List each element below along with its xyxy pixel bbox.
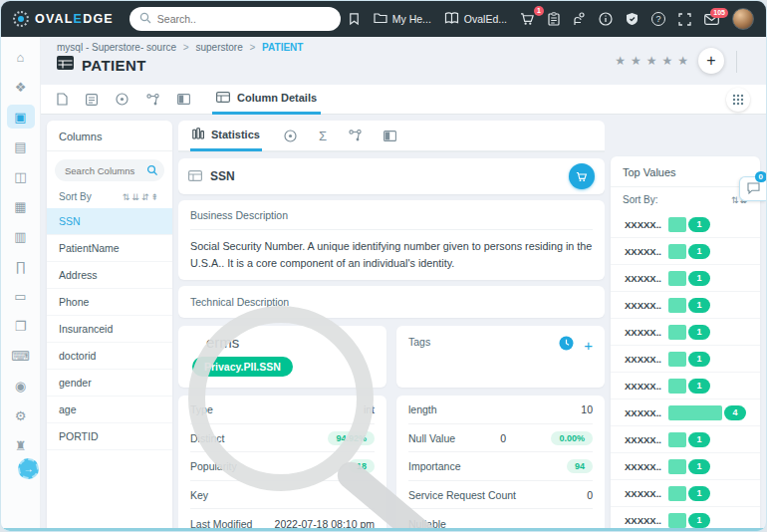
star-icon[interactable]: ★: [661, 54, 672, 68]
statistics-icon: [192, 128, 204, 141]
inbox-mail-icon[interactable]: 105: [704, 14, 719, 25]
bookmark-icon[interactable]: [348, 12, 361, 26]
column-item-portid[interactable]: PORTID: [47, 423, 172, 450]
add-to-cart-button[interactable]: [569, 163, 595, 189]
subtab-quality-icon[interactable]: [284, 130, 297, 142]
tab-notes-icon[interactable]: [86, 94, 98, 106]
query-sheet-icon[interactable]: ⌨: [7, 344, 35, 368]
tab-column-details[interactable]: Column Details: [212, 85, 321, 115]
global-search[interactable]: [129, 7, 341, 31]
rating-stars[interactable]: ★ ★ ★ ★ ★: [615, 54, 688, 68]
column-item-doctorid[interactable]: doctorid: [47, 343, 172, 370]
column-item-patientname[interactable]: PatientName: [47, 235, 172, 262]
tab-lineage-icon[interactable]: [146, 94, 159, 106]
business-description-text: Social Security Number. A unique identif…: [190, 230, 593, 271]
fullscreen-icon[interactable]: [678, 13, 691, 26]
business-glossary-icon[interactable]: ▤: [7, 134, 35, 158]
my-health-link[interactable]: My He...: [374, 10, 431, 28]
organization-icon[interactable]: ♜: [7, 433, 35, 457]
top-value-row: XXXXX..1: [611, 319, 760, 346]
top-values-sort-row: Sort By: ⇅⇊: [611, 187, 760, 211]
breadcrumb-schema[interactable]: superstore: [195, 42, 242, 53]
file-manager-icon[interactable]: ❐: [7, 314, 35, 338]
home-icon[interactable]: ⌂: [7, 45, 35, 69]
title-row: PATIENT: [57, 56, 146, 74]
value-bar: [668, 486, 686, 501]
star-icon[interactable]: ★: [615, 54, 626, 68]
terms-tags-row: erms Privacy.PII.SSN Tags +: [178, 326, 605, 388]
value-count-badge: 1: [688, 379, 710, 394]
value-bar: [668, 513, 686, 528]
star-icon[interactable]: ★: [646, 54, 657, 68]
ovaledge-logo[interactable]: OVALEDGE: [13, 11, 114, 27]
value-bar: [668, 405, 722, 420]
property-length: length 10: [408, 396, 593, 424]
sort-desc-icon[interactable]: ⇊: [131, 192, 141, 202]
subtab-data-icon[interactable]: [384, 131, 396, 141]
business-description-label: Business Description: [190, 209, 593, 230]
top-value-row: XXXXX..1: [611, 346, 760, 373]
add-tag-button[interactable]: +: [584, 338, 593, 353]
subtab-summary-icon[interactable]: Σ: [319, 129, 327, 143]
help-icon[interactable]: ?: [651, 12, 665, 26]
data-catalog-icon[interactable]: ▣: [7, 105, 35, 129]
ovaledge-app: OVALEDGE My He... OvalEd... 1: [0, 0, 767, 532]
top-values-title: Top Values: [611, 156, 760, 187]
governance-icon[interactable]: ∏: [7, 254, 35, 278]
knowledge-base-icon[interactable]: ◫: [7, 164, 35, 188]
cart-badge: 1: [534, 6, 544, 16]
tab-summary-icon[interactable]: [57, 93, 68, 106]
page-title: PATIENT: [82, 57, 146, 74]
columns-search-input[interactable]: [65, 165, 136, 176]
star-icon[interactable]: ★: [677, 54, 688, 68]
tags-history-icon[interactable]: [559, 336, 574, 355]
tab-statistics[interactable]: Statistics: [190, 121, 262, 151]
column-item-ssn[interactable]: SSN: [47, 208, 172, 235]
column-item-phone[interactable]: Phone: [47, 289, 172, 316]
ovaledge-docs-link[interactable]: OvalEd...: [444, 10, 507, 28]
info-icon[interactable]: [599, 12, 613, 26]
logo-gear-icon: [13, 11, 29, 27]
column-item-address[interactable]: Address: [47, 262, 172, 289]
columns-search[interactable]: [55, 159, 164, 181]
tags-icon[interactable]: ❖: [7, 75, 35, 99]
tab-quality-icon[interactable]: [116, 93, 128, 106]
advanced-tools-icon[interactable]: ⚙: [7, 403, 35, 427]
breadcrumb-table[interactable]: PATIENT: [262, 42, 303, 53]
value-bar: [668, 379, 686, 394]
curation-hand-icon[interactable]: [573, 12, 586, 26]
columns-search-icon[interactable]: [146, 164, 158, 176]
add-button[interactable]: +: [698, 48, 724, 74]
sort-rating-icon[interactable]: ⇞: [150, 192, 160, 202]
clipboard-icon[interactable]: [548, 12, 560, 26]
top-value-row: XXXXX..1: [611, 480, 760, 507]
subtab-lineage-icon[interactable]: [349, 130, 362, 141]
technical-description-label: Technical Description: [190, 296, 593, 308]
comments-button[interactable]: 0: [739, 176, 766, 201]
apps-grid-button[interactable]: [726, 88, 750, 112]
value-bar: [668, 217, 686, 232]
cart-icon[interactable]: 1: [520, 12, 535, 26]
shield-icon[interactable]: [626, 12, 639, 26]
star-icon[interactable]: ★: [631, 54, 641, 68]
properties-right-card: length 10 Null Value 0 0.00% Importance …: [396, 396, 605, 531]
column-item-gender[interactable]: gender: [47, 370, 172, 397]
projects-icon[interactable]: ▥: [7, 224, 35, 248]
user-avatar[interactable]: [732, 8, 754, 30]
sort-asc-icon[interactable]: ⇅: [123, 192, 132, 202]
breadcrumb-source[interactable]: mysql - Superstore- source: [57, 42, 176, 53]
column-item-age[interactable]: age: [47, 397, 172, 423]
global-search-input[interactable]: [157, 13, 331, 25]
data-quality-icon[interactable]: ◉: [7, 374, 35, 398]
column-item-insuranceid[interactable]: Insuranceid: [47, 316, 172, 343]
expand-sidebar-button[interactable]: →: [18, 458, 39, 479]
people-icon[interactable]: ▭: [7, 284, 35, 308]
columns-list: SSN PatientName Address Phone Insurancei…: [47, 208, 172, 450]
breadcrumb: mysql - Superstore- source > superstore …: [57, 42, 303, 53]
tab-data-icon[interactable]: [177, 94, 190, 105]
value-count-badge: 1: [688, 513, 710, 528]
term-badge-privacy-pii-ssn[interactable]: Privacy.PII.SSN: [192, 357, 293, 377]
reports-icon[interactable]: ▦: [7, 194, 35, 218]
bottom-edge: [1, 528, 766, 531]
table-icon: [57, 56, 74, 74]
